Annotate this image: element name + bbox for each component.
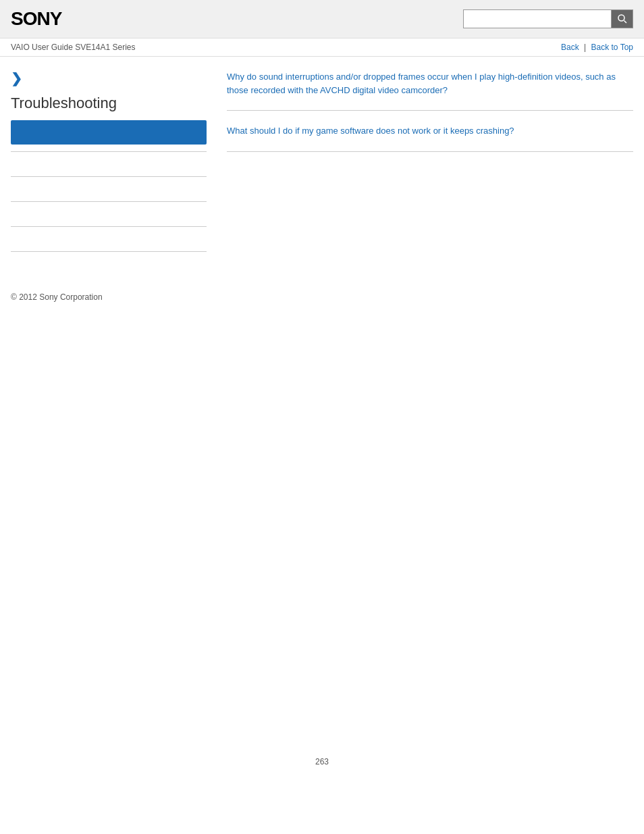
sidebar-divider-1 bbox=[11, 151, 207, 152]
sidebar-placeholder-4 bbox=[11, 234, 207, 244]
svg-line-1 bbox=[624, 21, 626, 24]
sidebar-divider-4 bbox=[11, 226, 207, 227]
search-input[interactable] bbox=[463, 9, 612, 28]
header: SONY bbox=[0, 0, 644, 38]
main-content: ❯ Troubleshooting Why do sound interrupt… bbox=[0, 57, 644, 272]
back-link[interactable]: Back bbox=[561, 43, 579, 52]
sidebar-active-item[interactable] bbox=[11, 120, 207, 145]
search-button[interactable] bbox=[612, 9, 633, 28]
sony-logo: SONY bbox=[11, 8, 61, 30]
page-number: 263 bbox=[0, 744, 644, 780]
content-section-1: Why do sound interruptions and/or droppe… bbox=[227, 70, 633, 111]
content-area: Why do sound interruptions and/or droppe… bbox=[220, 70, 633, 259]
sidebar: ❯ Troubleshooting bbox=[11, 70, 220, 259]
nav-separator: | bbox=[584, 43, 586, 52]
chevron-icon: ❯ bbox=[11, 70, 207, 86]
nav-bar: VAIO User Guide SVE14A1 Series Back | Ba… bbox=[0, 38, 644, 57]
content-link-2[interactable]: What should I do if my game software doe… bbox=[227, 124, 633, 138]
nav-links: Back | Back to Top bbox=[561, 43, 633, 52]
sidebar-divider-2 bbox=[11, 176, 207, 177]
svg-point-0 bbox=[618, 15, 624, 21]
sidebar-placeholder-3 bbox=[11, 209, 207, 219]
content-section-2: What should I do if my game software doe… bbox=[227, 124, 633, 152]
footer-copyright: © 2012 Sony Corporation bbox=[0, 279, 644, 315]
search-icon bbox=[617, 14, 628, 24]
sidebar-placeholder-2 bbox=[11, 184, 207, 194]
sidebar-placeholder-1 bbox=[11, 159, 207, 170]
sidebar-title: Troubleshooting bbox=[11, 95, 207, 112]
search-area bbox=[463, 9, 633, 28]
back-to-top-link[interactable]: Back to Top bbox=[591, 43, 633, 52]
breadcrumb: VAIO User Guide SVE14A1 Series bbox=[11, 43, 136, 52]
content-link-1[interactable]: Why do sound interruptions and/or droppe… bbox=[227, 70, 633, 97]
sidebar-divider-3 bbox=[11, 201, 207, 202]
sidebar-divider-5 bbox=[11, 251, 207, 252]
